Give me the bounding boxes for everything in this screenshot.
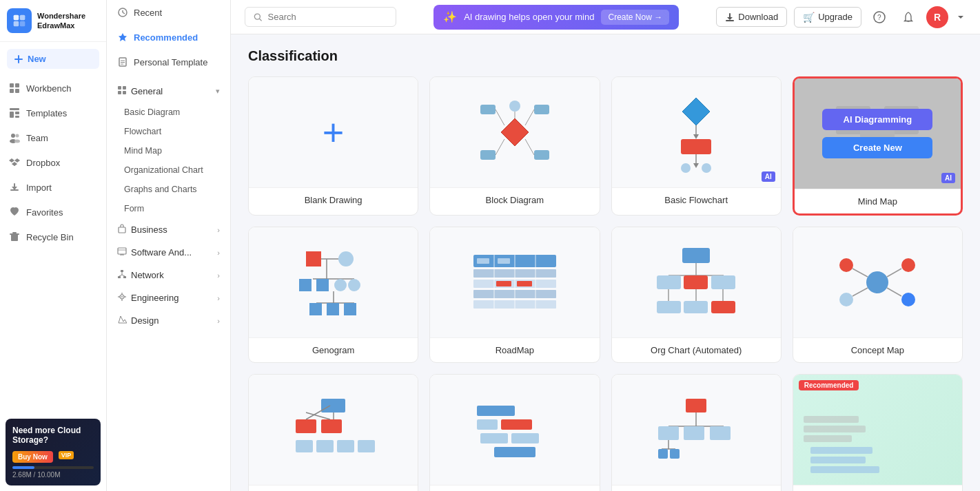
sidebar-item-dropbox[interactable]: Dropbox (0, 150, 106, 175)
svg-rect-116 (496, 281, 511, 286)
sidebar-nav: Workbench Templates (0, 76, 106, 413)
genogram-card[interactable]: Genogram (248, 227, 418, 363)
dropdown-button[interactable] (955, 6, 966, 28)
svg-rect-10 (10, 108, 19, 110)
workbench-label: Workbench (26, 83, 72, 94)
notification-button[interactable] (897, 6, 919, 28)
svg-rect-170 (810, 466, 879, 473)
svg-rect-41 (118, 248, 126, 254)
general-section-toggle[interactable]: General ▾ (107, 80, 230, 103)
design-chevron-icon: › (217, 317, 220, 325)
design-section-toggle[interactable]: Design › (107, 309, 230, 332)
orgchart-svg (651, 244, 741, 320)
sidebar-item-team[interactable]: Team (0, 125, 106, 150)
svg-rect-159 (684, 426, 704, 440)
svg-rect-80 (681, 139, 711, 154)
software-section-toggle[interactable]: Software And... › (107, 241, 230, 264)
svg-rect-67 (480, 105, 496, 114)
file-icon (117, 56, 128, 67)
flowchart-card[interactable]: AI Basic Flowchart (611, 76, 782, 216)
row3-preview3 (612, 375, 781, 485)
orgchart-card[interactable]: Org Chart (Automated) (611, 227, 782, 363)
download-button[interactable]: Download (716, 7, 787, 27)
svg-rect-103 (309, 303, 322, 315)
sidebar-item-templates[interactable]: Templates (0, 101, 106, 125)
svg-rect-150 (501, 419, 532, 430)
business-section-toggle[interactable]: Business › (107, 218, 230, 241)
new-label: New (28, 54, 46, 64)
recommended-item[interactable]: Recommended (107, 25, 230, 50)
mind-map-overlay: AI Diagramming Create New (795, 79, 961, 189)
ai-diagramming-button[interactable]: AI Diagramming (822, 109, 932, 130)
software-icon (117, 247, 127, 258)
form-item[interactable]: Form (107, 199, 230, 218)
section-title: Classification (248, 48, 963, 64)
create-now-button[interactable]: Create Now → (601, 10, 669, 25)
svg-rect-69 (480, 150, 496, 160)
org-chart-item[interactable]: Organizational Chart (107, 160, 230, 180)
row3-label4 (793, 485, 962, 491)
download-icon (725, 12, 735, 22)
svg-rect-25 (11, 234, 18, 241)
graphs-charts-item[interactable]: Graphs and Charts (107, 180, 230, 199)
topbar-right: Download 🛒 Upgrade ? R (716, 6, 966, 28)
svg-rect-148 (358, 440, 375, 452)
personal-template-item[interactable]: Personal Template (107, 50, 230, 74)
search-box[interactable] (245, 7, 396, 27)
help-button[interactable]: ? (868, 6, 890, 28)
svg-marker-66 (501, 118, 529, 146)
svg-rect-40 (119, 227, 125, 233)
svg-rect-158 (658, 426, 679, 440)
team-icon (8, 132, 21, 144)
general-section: General ▾ Basic Diagram Flowchart Mind M… (107, 80, 230, 218)
basic-diagram-item[interactable]: Basic Diagram (107, 103, 230, 122)
row3-svg2 (473, 395, 556, 464)
ai-badge-flowchart: AI (762, 171, 775, 182)
blank-drawing-card[interactable]: + Blank Drawing (248, 76, 418, 216)
mind-map-item[interactable]: Mind Map (107, 141, 230, 160)
network-section-toggle[interactable]: Network › (107, 264, 230, 286)
svg-rect-104 (327, 303, 339, 315)
sidebar-item-favorites[interactable]: Favorites (0, 200, 106, 224)
recent-item[interactable]: Recent (107, 0, 230, 25)
clock-icon (117, 7, 128, 18)
ai-badge-mindmap: AI (941, 173, 955, 183)
design-icon (117, 315, 127, 326)
engineering-section-toggle[interactable]: Engineering › (107, 286, 230, 309)
question-icon: ? (873, 11, 886, 23)
search-input[interactable] (268, 12, 387, 22)
block-diagram-card[interactable]: Block Diagram (429, 76, 600, 216)
create-new-button[interactable]: Create New (822, 137, 932, 158)
row3-card2[interactable] (429, 374, 600, 491)
storage-bar (12, 466, 94, 469)
svg-rect-117 (517, 281, 532, 286)
design-label: Design (131, 315, 159, 326)
classification-grid: + Blank Drawing (248, 76, 963, 491)
trash-icon (8, 231, 21, 243)
mind-map-card[interactable]: AI Diagramming Create New AI Mind Map (793, 76, 963, 216)
sidebar-item-workbench[interactable]: Workbench (0, 76, 106, 101)
row3-card4[interactable]: Recommended (793, 374, 963, 491)
svg-point-57 (254, 14, 260, 19)
flowchart-item[interactable]: Flowchart (107, 122, 230, 141)
buy-now-button[interactable]: Buy Now (12, 451, 53, 463)
svg-marker-19 (14, 158, 20, 163)
svg-rect-152 (494, 447, 535, 457)
conceptmap-card[interactable]: Concept Map (793, 227, 963, 363)
sidebar-item-recycle-bin[interactable]: Recycle Bin (0, 224, 106, 249)
svg-rect-145 (296, 440, 313, 452)
row3-card1[interactable] (248, 374, 418, 491)
svg-rect-139 (321, 399, 345, 412)
row3-card3[interactable] (611, 374, 782, 491)
svg-point-133 (839, 293, 853, 306)
upgrade-button[interactable]: 🛒 Upgrade (794, 7, 861, 28)
logo-area: Wondershare EdrawMax (0, 0, 106, 42)
cloud-storage-banner[interactable]: Need more Cloud Storage? Buy Now VIP 2.6… (6, 419, 101, 485)
recycle-bin-label: Recycle Bin (26, 232, 74, 242)
sidebar-item-import[interactable]: Import (0, 175, 106, 200)
avatar[interactable]: R (926, 6, 948, 28)
new-button[interactable]: New (7, 49, 99, 69)
mind-map-preview: AI Diagramming Create New AI (795, 79, 961, 189)
roadmap-card[interactable]: RoadMap (429, 227, 600, 363)
svg-marker-21 (12, 164, 17, 166)
